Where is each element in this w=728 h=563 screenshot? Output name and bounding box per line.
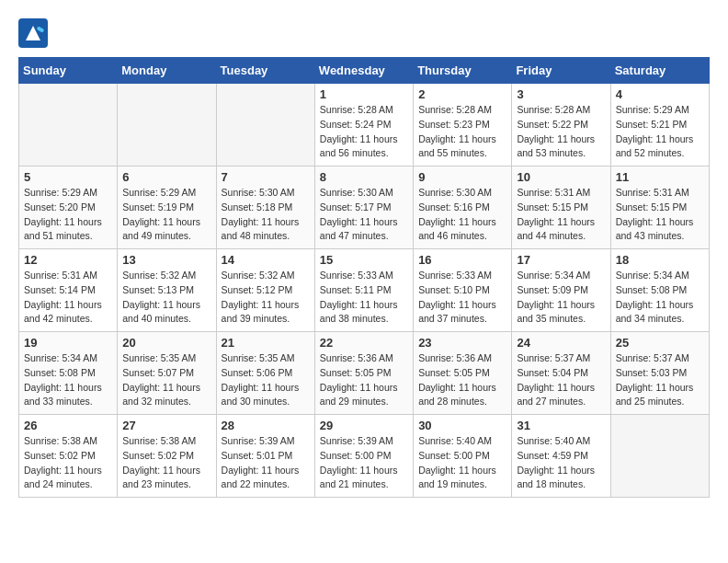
day-number: 11 [616, 170, 704, 184]
sunrise-text: Sunrise: 5:37 AM [517, 352, 590, 363]
daylight-text: Daylight: 11 hours and 55 minutes. [418, 133, 496, 159]
daylight-text: Daylight: 11 hours and 22 minutes. [222, 465, 300, 490]
sunset-text: Sunset: 5:17 PM [320, 201, 392, 213]
calendar-cell [19, 84, 118, 167]
calendar-cell: 19 Sunrise: 5:34 AM Sunset: 5:08 PM Dayl… [19, 332, 118, 415]
sunrise-text: Sunrise: 5:30 AM [222, 187, 295, 198]
cell-info: Sunrise: 5:33 AM Sunset: 5:10 PM Dayligh… [418, 269, 506, 327]
daylight-text: Daylight: 11 hours and 29 minutes. [320, 382, 398, 408]
calendar-cell: 7 Sunrise: 5:30 AM Sunset: 5:18 PM Dayli… [216, 167, 314, 249]
sunset-text: Sunset: 5:00 PM [320, 450, 392, 461]
day-header-wednesday: Wednesday [314, 58, 413, 84]
daylight-text: Daylight: 11 hours and 34 minutes. [616, 299, 694, 325]
daylight-text: Daylight: 11 hours and 44 minutes. [517, 216, 595, 242]
daylight-text: Daylight: 11 hours and 52 minutes. [616, 133, 694, 159]
sunset-text: Sunset: 5:22 PM [517, 119, 588, 130]
sunset-text: Sunset: 5:08 PM [24, 367, 96, 378]
sunset-text: Sunset: 4:59 PM [517, 450, 588, 461]
sunrise-text: Sunrise: 5:36 AM [320, 352, 393, 363]
sunrise-text: Sunrise: 5:31 AM [517, 187, 590, 198]
day-number: 22 [320, 336, 408, 350]
sunset-text: Sunset: 5:01 PM [222, 450, 293, 461]
sunrise-text: Sunrise: 5:30 AM [320, 187, 393, 198]
daylight-text: Daylight: 11 hours and 18 minutes. [517, 465, 595, 490]
daylight-text: Daylight: 11 hours and 19 minutes. [418, 465, 496, 490]
daylight-text: Daylight: 11 hours and 24 minutes. [24, 465, 102, 490]
day-number: 18 [616, 253, 704, 267]
calendar-cell: 24 Sunrise: 5:37 AM Sunset: 5:04 PM Dayl… [512, 332, 610, 415]
daylight-text: Daylight: 11 hours and 23 minutes. [122, 465, 200, 490]
daylight-text: Daylight: 11 hours and 25 minutes. [616, 382, 694, 408]
calendar-cell: 16 Sunrise: 5:33 AM Sunset: 5:10 PM Dayl… [414, 249, 512, 332]
cell-info: Sunrise: 5:34 AM Sunset: 5:08 PM Dayligh… [616, 269, 704, 327]
day-number: 12 [24, 253, 112, 267]
cell-info: Sunrise: 5:40 AM Sunset: 5:00 PM Dayligh… [418, 434, 506, 492]
day-number: 3 [517, 87, 605, 101]
sunrise-text: Sunrise: 5:39 AM [320, 435, 393, 446]
page-header [18, 18, 710, 48]
day-number: 27 [122, 419, 210, 432]
daylight-text: Daylight: 11 hours and 49 minutes. [122, 216, 200, 242]
daylight-text: Daylight: 11 hours and 40 minutes. [122, 299, 200, 325]
calendar-cell [118, 84, 216, 167]
calendar-cell: 10 Sunrise: 5:31 AM Sunset: 5:15 PM Dayl… [512, 167, 610, 249]
day-header-tuesday: Tuesday [216, 58, 314, 84]
calendar-cell: 21 Sunrise: 5:35 AM Sunset: 5:06 PM Dayl… [216, 332, 314, 415]
calendar-cell: 25 Sunrise: 5:37 AM Sunset: 5:03 PM Dayl… [610, 332, 709, 415]
sunrise-text: Sunrise: 5:35 AM [222, 352, 295, 363]
day-header-sunday: Sunday [19, 58, 118, 84]
cell-info: Sunrise: 5:34 AM Sunset: 5:08 PM Dayligh… [24, 351, 112, 409]
sunset-text: Sunset: 5:15 PM [616, 201, 688, 213]
sunset-text: Sunset: 5:14 PM [24, 284, 96, 295]
day-number: 8 [320, 170, 408, 184]
logo [18, 18, 51, 48]
day-number: 26 [24, 419, 112, 432]
cell-info: Sunrise: 5:37 AM Sunset: 5:03 PM Dayligh… [616, 351, 704, 409]
sunset-text: Sunset: 5:05 PM [418, 367, 490, 378]
calendar-cell [216, 84, 314, 167]
cell-info: Sunrise: 5:40 AM Sunset: 4:59 PM Dayligh… [517, 434, 605, 492]
sunset-text: Sunset: 5:11 PM [320, 284, 392, 295]
day-number: 14 [222, 253, 310, 267]
sunset-text: Sunset: 5:21 PM [616, 119, 688, 130]
cell-info: Sunrise: 5:39 AM Sunset: 5:01 PM Dayligh… [222, 434, 310, 492]
sunset-text: Sunset: 5:08 PM [616, 284, 688, 295]
day-number: 25 [616, 336, 704, 350]
sunrise-text: Sunrise: 5:35 AM [122, 352, 196, 363]
sunset-text: Sunset: 5:07 PM [122, 367, 194, 378]
cell-info: Sunrise: 5:30 AM Sunset: 5:17 PM Dayligh… [320, 186, 408, 244]
sunset-text: Sunset: 5:06 PM [222, 367, 293, 378]
cell-info: Sunrise: 5:32 AM Sunset: 5:13 PM Dayligh… [122, 269, 210, 327]
daylight-text: Daylight: 11 hours and 47 minutes. [320, 216, 398, 242]
daylight-text: Daylight: 11 hours and 43 minutes. [616, 216, 694, 242]
sunrise-text: Sunrise: 5:29 AM [24, 187, 97, 198]
calendar-body: 1 Sunrise: 5:28 AM Sunset: 5:24 PM Dayli… [19, 84, 710, 498]
daylight-text: Daylight: 11 hours and 48 minutes. [222, 216, 300, 242]
sunrise-text: Sunrise: 5:39 AM [222, 435, 295, 446]
sunrise-text: Sunrise: 5:38 AM [122, 435, 196, 446]
calendar-cell: 12 Sunrise: 5:31 AM Sunset: 5:14 PM Dayl… [19, 249, 118, 332]
calendar-cell: 9 Sunrise: 5:30 AM Sunset: 5:16 PM Dayli… [414, 167, 512, 249]
daylight-text: Daylight: 11 hours and 51 minutes. [24, 216, 102, 242]
calendar-table: SundayMondayTuesdayWednesdayThursdayFrid… [18, 57, 710, 498]
cell-info: Sunrise: 5:38 AM Sunset: 5:02 PM Dayligh… [24, 434, 112, 492]
sunset-text: Sunset: 5:16 PM [418, 201, 490, 213]
day-number: 24 [517, 336, 605, 350]
logo-icon [18, 18, 48, 48]
daylight-text: Daylight: 11 hours and 53 minutes. [517, 133, 595, 159]
sunset-text: Sunset: 5:02 PM [122, 450, 194, 461]
daylight-text: Daylight: 11 hours and 35 minutes. [517, 299, 595, 325]
sunrise-text: Sunrise: 5:34 AM [616, 270, 689, 281]
calendar-cell: 13 Sunrise: 5:32 AM Sunset: 5:13 PM Dayl… [118, 249, 216, 332]
sunset-text: Sunset: 5:18 PM [222, 201, 293, 213]
sunrise-text: Sunrise: 5:28 AM [418, 104, 492, 115]
cell-info: Sunrise: 5:29 AM Sunset: 5:20 PM Dayligh… [24, 186, 112, 244]
sunrise-text: Sunrise: 5:36 AM [418, 352, 492, 363]
calendar-cell: 11 Sunrise: 5:31 AM Sunset: 5:15 PM Dayl… [610, 167, 709, 249]
sunset-text: Sunset: 5:19 PM [122, 201, 194, 213]
day-number: 9 [418, 170, 506, 184]
sunset-text: Sunset: 5:05 PM [320, 367, 392, 378]
sunset-text: Sunset: 5:10 PM [418, 284, 490, 295]
week-row-3: 12 Sunrise: 5:31 AM Sunset: 5:14 PM Dayl… [19, 249, 710, 332]
week-row-4: 19 Sunrise: 5:34 AM Sunset: 5:08 PM Dayl… [19, 332, 710, 415]
